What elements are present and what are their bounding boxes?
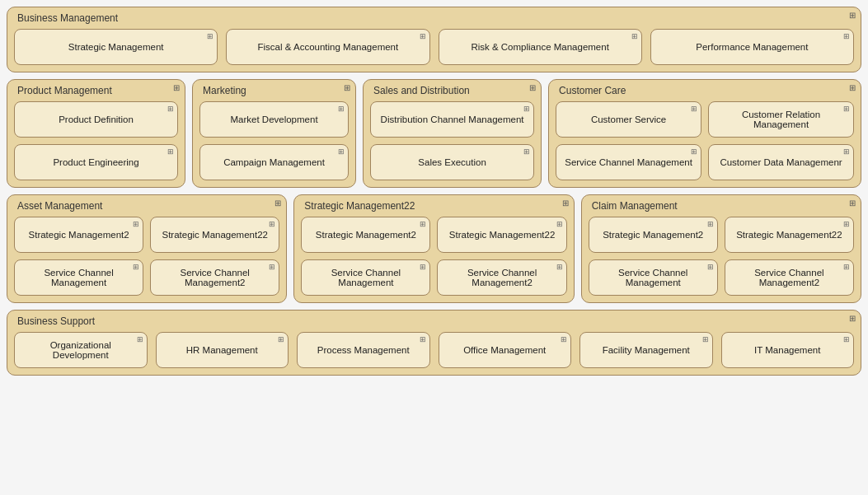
marketing-title: Marketing [203,85,246,96]
business-management-title: Business Management [17,12,118,24]
business-support-title: Business Support [17,315,95,327]
strategic22-title: Strategic Management22 [304,200,415,212]
campaign-management-item[interactable]: ⊞ Campaign Management [199,144,349,180]
product-engineering-item[interactable]: ⊞ Product Engineering [14,144,178,180]
asset-items: ⊞ Strategic Management2 ⊞ Strategic Mana… [14,217,279,296]
claim-item-0[interactable]: ⊞ Strategic Management2 [589,217,718,253]
office-management-item[interactable]: ⊞ Office Management [439,332,572,368]
claim-management-group: Claim Management ⊞ ⊞ Strategic Managemen… [581,194,861,303]
customer-data-item[interactable]: ⊞ Customer Data Managemenr [708,144,854,180]
claim-item-1[interactable]: ⊞ Strategic Management22 [725,217,854,253]
fiscal-accounting-item[interactable]: ⊞ Fiscal & Accounting Management [226,29,429,65]
business-support-items: ⊞ Organizational Development ⊞ HR Manage… [14,332,854,368]
asset-management-group: Asset Management ⊞ ⊞ Strategic Managemen… [7,194,287,303]
business-management-group: Business Management ⊞ ⊞ Strategic Manage… [7,7,861,72]
customer-items: ⊞ Customer Service ⊞ Customer Relation M… [556,101,854,180]
facility-management-item[interactable]: ⊞ Facility Management [579,332,713,368]
product-definition-item[interactable]: ⊞ Product Definition [14,101,178,138]
process-management-item[interactable]: ⊞ Process Management [297,332,430,368]
strategic22-group: Strategic Management22 ⊞ ⊞ Strategic Man… [293,194,574,303]
claim-management-title: Claim Management [592,200,678,212]
strategic22-item-0[interactable]: ⊞ Strategic Management2 [301,217,430,253]
asset-item-0[interactable]: ⊞ Strategic Management2 [14,217,143,253]
it-management-item[interactable]: ⊞ IT Management [721,332,855,368]
service-channel-item[interactable]: ⊞ Service Channel Management [556,144,701,180]
hr-management-item[interactable]: ⊞ HR Management [156,332,289,368]
product-items: ⊞ Product Definition ⊞ Product Engineeri… [14,101,178,180]
sales-title: Sales and Distribution [373,85,470,96]
distribution-channel-item[interactable]: ⊞ Distribution Channel Management [370,101,534,138]
sales-execution-item[interactable]: ⊞ Sales Execution [370,144,534,180]
strategic22-items: ⊞ Strategic Management2 ⊞ Strategic Mana… [301,217,566,296]
row2-container: Product Management ⊞ ⊞ Product Definitio… [7,79,861,188]
strategic22-item-1[interactable]: ⊞ Strategic Management22 [437,217,566,253]
marketing-items: ⊞ Market Development ⊞ Campaign Manageme… [199,101,349,180]
risk-compliance-item[interactable]: ⊞ Risk & Compliance Management [439,29,642,65]
row3-container: Asset Management ⊞ ⊞ Strategic Managemen… [7,194,861,303]
strategic-management-item[interactable]: ⊞ Strategic Management [14,29,218,65]
market-development-item[interactable]: ⊞ Market Development [199,101,349,138]
claim-item-2[interactable]: ⊞ Service Channel Management [589,259,718,296]
sales-group: Sales and Distribution ⊞ ⊞ Distribution … [363,79,542,188]
asset-item-1[interactable]: ⊞ Strategic Management22 [150,217,279,253]
business-management-items: ⊞ Strategic Management ⊞ Fiscal & Accoun… [14,29,854,65]
asset-item-2[interactable]: ⊞ Service Channel Management [14,259,143,296]
marketing-group: Marketing ⊞ ⊞ Market Development ⊞ Campa… [192,79,356,188]
strategic22-item-2[interactable]: ⊞ Service Channel Management [301,259,430,296]
strategic22-item-3[interactable]: ⊞ Service Channel Management2 [437,259,566,296]
business-management-icon: ⊞ [849,11,856,20]
customer-care-group: Customer Care ⊞ ⊞ Customer Service ⊞ Cus… [548,79,861,188]
claim-item-3[interactable]: ⊞ Service Channel Management2 [725,259,854,296]
claim-items: ⊞ Strategic Management2 ⊞ Strategic Mana… [589,217,854,296]
asset-management-title: Asset Management [17,200,102,212]
customer-service-item[interactable]: ⊞ Customer Service [556,101,701,138]
customer-care-title: Customer Care [559,85,626,96]
business-support-group: Business Support ⊞ ⊞ Organizational Deve… [7,310,861,376]
customer-relation-item[interactable]: ⊞ Customer Relation Management [708,101,854,138]
performance-management-item[interactable]: ⊞ Performance Management [650,29,854,65]
product-management-group: Product Management ⊞ ⊞ Product Definitio… [7,79,185,188]
sales-items: ⊞ Distribution Channel Management ⊞ Sale… [370,101,534,180]
product-management-title: Product Management [17,85,112,96]
diagram: Business Management ⊞ ⊞ Strategic Manage… [7,7,861,376]
asset-item-3[interactable]: ⊞ Service Channel Management2 [150,259,279,296]
organizational-development-item[interactable]: ⊞ Organizational Development [14,332,148,368]
